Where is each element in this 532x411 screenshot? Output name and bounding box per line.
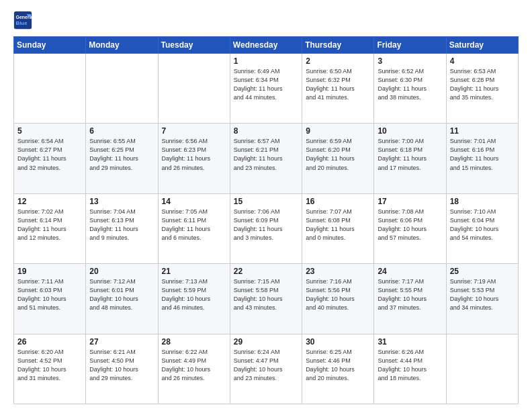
calendar-cell: 26Sunrise: 6:20 AM Sunset: 4:52 PM Dayli…: [14, 334, 86, 404]
day-info: Sunrise: 6:22 AM Sunset: 4:49 PM Dayligh…: [162, 348, 226, 383]
day-number: 14: [162, 197, 226, 206]
day-info: Sunrise: 7:07 AM Sunset: 6:08 PM Dayligh…: [306, 208, 370, 242]
day-number: 24: [378, 267, 442, 276]
calendar-cell: 9Sunrise: 6:59 AM Sunset: 6:20 PM Daylig…: [302, 124, 374, 193]
calendar-cell: 19Sunrise: 7:11 AM Sunset: 6:03 PM Dayli…: [14, 264, 86, 334]
day-info: Sunrise: 6:56 AM Sunset: 6:23 PM Dayligh…: [162, 137, 226, 172]
calendar-cell: 18Sunrise: 7:10 AM Sunset: 6:04 PM Dayli…: [446, 193, 518, 263]
calendar-table: SundayMondayTuesdayWednesdayThursdayFrid…: [13, 36, 519, 404]
day-number: 19: [17, 267, 82, 276]
day-info: Sunrise: 7:11 AM Sunset: 6:03 PM Dayligh…: [17, 277, 82, 312]
day-number: 5: [17, 126, 82, 136]
calendar-cell: 14Sunrise: 7:05 AM Sunset: 6:11 PM Dayli…: [158, 193, 230, 263]
header: General Blue: [13, 11, 519, 30]
day-number: 27: [89, 337, 154, 347]
day-number: 21: [162, 267, 226, 276]
day-header-friday: Friday: [374, 37, 446, 54]
day-number: 4: [450, 56, 515, 66]
calendar-cell: 6Sunrise: 6:55 AM Sunset: 6:25 PM Daylig…: [86, 124, 158, 193]
calendar-cell: 29Sunrise: 6:24 AM Sunset: 4:47 PM Dayli…: [230, 334, 302, 404]
day-info: Sunrise: 6:57 AM Sunset: 6:21 PM Dayligh…: [234, 137, 298, 172]
calendar-cell: 23Sunrise: 7:16 AM Sunset: 5:56 PM Dayli…: [302, 264, 374, 334]
day-header-tuesday: Tuesday: [158, 37, 230, 54]
day-info: Sunrise: 7:05 AM Sunset: 6:11 PM Dayligh…: [162, 208, 226, 242]
day-info: Sunrise: 6:53 AM Sunset: 6:28 PM Dayligh…: [450, 67, 515, 102]
day-info: Sunrise: 7:10 AM Sunset: 6:04 PM Dayligh…: [450, 208, 515, 242]
day-number: 7: [162, 126, 226, 136]
calendar-cell: 7Sunrise: 6:56 AM Sunset: 6:23 PM Daylig…: [158, 124, 230, 193]
logo-icon: General Blue: [13, 11, 32, 30]
day-header-monday: Monday: [86, 37, 158, 54]
calendar-cell: 11Sunrise: 7:01 AM Sunset: 6:16 PM Dayli…: [446, 124, 518, 193]
week-row-4: 19Sunrise: 7:11 AM Sunset: 6:03 PM Dayli…: [14, 264, 519, 334]
day-number: 18: [450, 197, 515, 206]
day-info: Sunrise: 6:49 AM Sunset: 6:34 PM Dayligh…: [234, 67, 298, 102]
logo: General Blue: [13, 11, 35, 30]
day-number: 28: [162, 337, 226, 347]
calendar-cell: 22Sunrise: 7:15 AM Sunset: 5:58 PM Dayli…: [230, 264, 302, 334]
day-number: 22: [234, 267, 298, 276]
day-info: Sunrise: 6:26 AM Sunset: 4:44 PM Dayligh…: [378, 348, 442, 383]
calendar-cell: 30Sunrise: 6:25 AM Sunset: 4:46 PM Dayli…: [302, 334, 374, 404]
header-row: SundayMondayTuesdayWednesdayThursdayFrid…: [14, 37, 519, 54]
day-info: Sunrise: 7:15 AM Sunset: 5:58 PM Dayligh…: [234, 277, 298, 312]
day-header-wednesday: Wednesday: [230, 37, 302, 54]
calendar-cell: 31Sunrise: 6:26 AM Sunset: 4:44 PM Dayli…: [374, 334, 446, 404]
calendar-cell: 17Sunrise: 7:08 AM Sunset: 6:06 PM Dayli…: [374, 193, 446, 263]
day-header-sunday: Sunday: [14, 37, 86, 54]
day-info: Sunrise: 7:00 AM Sunset: 6:18 PM Dayligh…: [378, 137, 442, 172]
day-number: 30: [306, 337, 370, 347]
day-number: 16: [306, 197, 370, 206]
calendar-cell: [158, 54, 230, 124]
calendar-cell: 1Sunrise: 6:49 AM Sunset: 6:34 PM Daylig…: [230, 54, 302, 124]
day-number: 2: [306, 56, 370, 66]
day-number: 20: [89, 267, 154, 276]
day-header-saturday: Saturday: [446, 37, 518, 54]
day-info: Sunrise: 7:08 AM Sunset: 6:06 PM Dayligh…: [378, 208, 442, 242]
calendar-cell: 16Sunrise: 7:07 AM Sunset: 6:08 PM Dayli…: [302, 193, 374, 263]
day-number: 12: [17, 197, 82, 206]
day-info: Sunrise: 6:59 AM Sunset: 6:20 PM Dayligh…: [306, 137, 370, 172]
calendar-cell: 15Sunrise: 7:06 AM Sunset: 6:09 PM Dayli…: [230, 193, 302, 263]
day-info: Sunrise: 7:12 AM Sunset: 6:01 PM Dayligh…: [89, 277, 154, 312]
day-info: Sunrise: 7:13 AM Sunset: 5:59 PM Dayligh…: [162, 277, 226, 312]
day-info: Sunrise: 7:19 AM Sunset: 5:53 PM Dayligh…: [450, 277, 515, 312]
day-info: Sunrise: 7:16 AM Sunset: 5:56 PM Dayligh…: [306, 277, 370, 312]
day-number: 1: [234, 56, 298, 66]
day-info: Sunrise: 7:01 AM Sunset: 6:16 PM Dayligh…: [450, 137, 515, 172]
day-info: Sunrise: 7:02 AM Sunset: 6:14 PM Dayligh…: [17, 208, 82, 242]
calendar-cell: 2Sunrise: 6:50 AM Sunset: 6:32 PM Daylig…: [302, 54, 374, 124]
day-number: 8: [234, 126, 298, 136]
day-info: Sunrise: 6:55 AM Sunset: 6:25 PM Dayligh…: [89, 137, 154, 172]
day-number: 11: [450, 126, 515, 136]
calendar-cell: 10Sunrise: 7:00 AM Sunset: 6:18 PM Dayli…: [374, 124, 446, 193]
day-info: Sunrise: 6:50 AM Sunset: 6:32 PM Dayligh…: [306, 67, 370, 102]
day-info: Sunrise: 6:54 AM Sunset: 6:27 PM Dayligh…: [17, 137, 82, 172]
calendar-cell: 3Sunrise: 6:52 AM Sunset: 6:30 PM Daylig…: [374, 54, 446, 124]
day-number: 10: [378, 126, 442, 136]
calendar-cell: [86, 54, 158, 124]
day-info: Sunrise: 7:04 AM Sunset: 6:13 PM Dayligh…: [89, 208, 154, 242]
day-number: 9: [306, 126, 370, 136]
page: General Blue SundayMondayTuesdayWednesda…: [0, 0, 532, 411]
calendar-cell: 5Sunrise: 6:54 AM Sunset: 6:27 PM Daylig…: [14, 124, 86, 193]
day-number: 23: [306, 267, 370, 276]
week-row-3: 12Sunrise: 7:02 AM Sunset: 6:14 PM Dayli…: [14, 193, 519, 263]
calendar-cell: [446, 334, 518, 404]
week-row-1: 1Sunrise: 6:49 AM Sunset: 6:34 PM Daylig…: [14, 54, 519, 124]
day-number: 31: [378, 337, 442, 347]
day-info: Sunrise: 7:06 AM Sunset: 6:09 PM Dayligh…: [234, 208, 298, 242]
day-number: 17: [378, 197, 442, 206]
calendar-cell: 8Sunrise: 6:57 AM Sunset: 6:21 PM Daylig…: [230, 124, 302, 193]
day-info: Sunrise: 7:17 AM Sunset: 5:55 PM Dayligh…: [378, 277, 442, 312]
week-row-5: 26Sunrise: 6:20 AM Sunset: 4:52 PM Dayli…: [14, 334, 519, 404]
calendar-cell: 27Sunrise: 6:21 AM Sunset: 4:50 PM Dayli…: [86, 334, 158, 404]
day-info: Sunrise: 6:25 AM Sunset: 4:46 PM Dayligh…: [306, 348, 370, 383]
day-info: Sunrise: 6:24 AM Sunset: 4:47 PM Dayligh…: [234, 348, 298, 383]
calendar-cell: [14, 54, 86, 124]
day-number: 15: [234, 197, 298, 206]
day-number: 29: [234, 337, 298, 347]
day-number: 26: [17, 337, 82, 347]
calendar-cell: 25Sunrise: 7:19 AM Sunset: 5:53 PM Dayli…: [446, 264, 518, 334]
calendar-cell: 21Sunrise: 7:13 AM Sunset: 5:59 PM Dayli…: [158, 264, 230, 334]
